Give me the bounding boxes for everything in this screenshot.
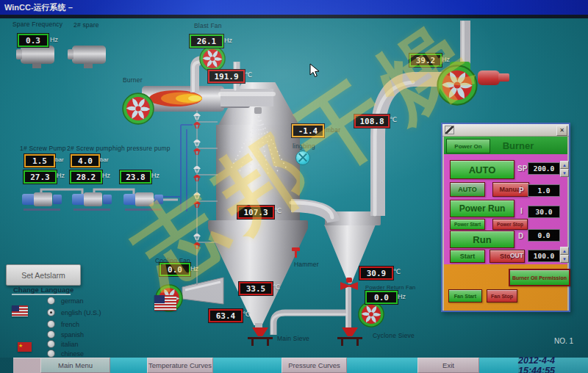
bottom-bar-segment <box>479 358 518 373</box>
screw-pump-2-icon <box>72 191 112 209</box>
out-spinner[interactable]: ▲ ▼ <box>560 247 569 263</box>
powder-return-fan-label: Powder Return Fan <box>365 284 415 291</box>
language-label: english (U.S.) <box>61 309 101 316</box>
tower-outlet-temp-display: 107.3 <box>237 206 274 219</box>
spinner-down-icon[interactable]: ▼ <box>560 255 569 263</box>
valve-label: lingbing <box>293 142 315 150</box>
run-button[interactable]: Run <box>450 231 514 248</box>
panel-icon <box>445 126 454 134</box>
hz-unit: Hz <box>398 293 406 300</box>
p-label: P <box>519 186 524 195</box>
bar-unit: bar <box>100 156 109 163</box>
power-stop-button[interactable]: Power Stop <box>492 219 528 230</box>
pump1-bar-display: 1.5 <box>24 154 55 167</box>
out-value-field[interactable]: 100.0 <box>528 250 560 262</box>
radio-icon[interactable] <box>47 330 55 338</box>
hz-unit: Hz <box>57 172 65 179</box>
cooling-fan-hz-display: 0.0 <box>159 263 190 276</box>
pressure-curves-button[interactable]: Pressure Curves <box>282 358 347 373</box>
scada-screen: WinCC-运行系统 – <box>0 0 588 373</box>
start-button[interactable]: Start <box>450 250 485 263</box>
powder-fan-hz-display: 0.0 <box>365 291 398 304</box>
power-run-button[interactable]: Power Run <box>450 200 514 217</box>
language-option-german[interactable]: german <box>47 297 84 305</box>
datetime-display: 2012-4-4 15:44:55 <box>518 358 588 373</box>
fan-start-button[interactable]: Fan Start <box>448 289 482 303</box>
pump3-label: high pressure pump <box>112 145 171 152</box>
language-option-english[interactable]: english (U.S.) <box>47 308 101 316</box>
power-on-button[interactable]: Power On <box>446 139 490 153</box>
main-menu-button[interactable]: Main Menu <box>40 358 110 373</box>
language-option-french[interactable]: french <box>47 320 79 328</box>
radio-icon[interactable] <box>47 350 55 358</box>
blower-icon <box>478 70 500 85</box>
panel-titlebar[interactable]: ✕ <box>442 124 569 137</box>
spare-motor-2-icon <box>72 46 106 64</box>
temperature-curves-button[interactable]: Temperature Curves <box>147 358 213 373</box>
station-number-label: NO. 1 <box>554 337 573 345</box>
radio-icon[interactable] <box>47 320 55 328</box>
language-option-chinese[interactable]: chinese <box>47 350 84 358</box>
auto-button[interactable]: AUTO <box>450 182 485 197</box>
celsius-unit: ℃ <box>245 71 252 79</box>
language-option-spanish[interactable]: spanish <box>47 330 84 338</box>
cyclone-sieve-label: Cyclone Sieve <box>373 332 415 339</box>
screw-pump-1-icon <box>22 191 62 209</box>
close-icon[interactable]: ✕ <box>556 126 567 136</box>
auto-mode-button[interactable]: AUTO <box>450 160 514 179</box>
cooling-duct <box>182 278 223 304</box>
butterfly-valve-icon[interactable] <box>295 151 310 165</box>
pump1-label: 1# Screw Pump <box>20 145 66 152</box>
spinner-up-icon[interactable]: ▲ <box>560 247 569 255</box>
hz-unit: Hz <box>442 56 450 63</box>
hz-unit: Hz <box>151 172 159 179</box>
window-titlebar: WinCC-运行系统 – <box>0 0 588 15</box>
bar-unit: bar <box>55 156 64 163</box>
celsius-unit: ℃ <box>243 311 250 318</box>
china-flag-icon: ★ <box>18 342 32 352</box>
burner-faceplate-panel: ✕ Power On Burner AUTO SP 200.0 ▲ ▼ AUTO… <box>441 123 570 312</box>
language-label: italian <box>61 341 79 348</box>
hz-unit: Hz <box>102 172 110 179</box>
bottom-bar-segment <box>110 358 147 373</box>
celsius-unit: ℃ <box>393 268 401 275</box>
high-pressure-pump-icon <box>123 191 163 209</box>
burner-fan-icon <box>122 93 154 125</box>
i-label: I <box>520 207 523 215</box>
set-alarm-button[interactable]: Set Aetslarm <box>6 264 81 286</box>
spinner-up-icon[interactable]: ▲ <box>560 161 569 169</box>
language-option-italian[interactable]: italian <box>47 340 79 348</box>
power-start-button[interactable]: Power Start <box>450 219 485 230</box>
blast-fan-label: Blast Fan <box>194 22 222 29</box>
spare-motor-1-icon <box>21 46 54 64</box>
burner-label: Burner <box>123 76 143 84</box>
burner-oil-permission-button[interactable]: Burner Oil Permission <box>509 269 570 286</box>
spare-frequency-label: Spare Frequency <box>12 21 62 28</box>
radio-icon[interactable] <box>47 340 55 348</box>
blast-temp-display: 191.9 <box>208 70 245 83</box>
tower-pressure-display: -1.4 <box>292 124 324 137</box>
hz-unit: Hz <box>50 36 58 43</box>
mouse-cursor-icon <box>309 63 320 79</box>
cyclone-temp-display: 30.9 <box>359 267 393 280</box>
sp-value-field[interactable]: 200.0 <box>528 162 560 175</box>
exit-button[interactable]: Exit <box>417 358 479 373</box>
hz-unit: Hz <box>224 37 232 44</box>
hz-unit: Hz <box>190 265 198 272</box>
i-value-field[interactable]: 30.0 <box>528 206 560 218</box>
radio-icon[interactable] <box>47 297 55 305</box>
change-language-label: Change Language <box>13 286 74 294</box>
powder-return-fan-icon <box>358 301 384 327</box>
spinner-down-icon[interactable]: ▼ <box>560 169 569 177</box>
radio-icon[interactable] <box>47 308 55 316</box>
titlebar-shadow <box>0 15 588 18</box>
p-value-field[interactable]: 1.0 <box>528 184 560 197</box>
spare-frequency-display: 0.3 <box>18 34 49 47</box>
pump2-bar-display: 4.0 <box>71 154 100 167</box>
main-sieve-label: Main Sieve <box>277 335 309 342</box>
blast-fan-hz-display: 26.1 <box>190 35 223 48</box>
d-value-field[interactable]: 0.0 <box>528 229 560 242</box>
fan-stop-button[interactable]: Fan Stop <box>487 289 517 303</box>
sp-spinner[interactable]: ▲ ▼ <box>560 161 569 177</box>
exhaust-fan-icon <box>437 65 478 106</box>
